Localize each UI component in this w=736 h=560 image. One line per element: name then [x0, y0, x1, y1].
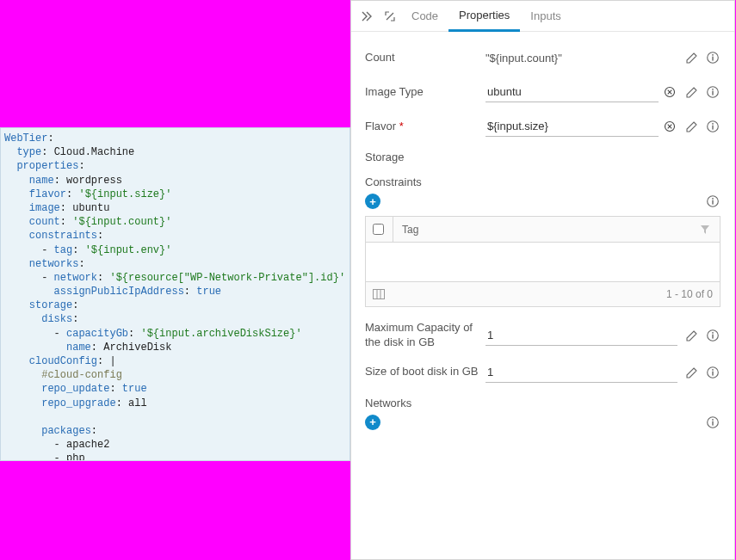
- edit-icon[interactable]: [684, 84, 700, 100]
- info-icon[interactable]: [705, 328, 721, 343]
- svg-rect-6: [712, 91, 713, 95]
- tab-code[interactable]: Code: [401, 1, 448, 32]
- row-count: Count "${input.count}": [365, 40, 721, 75]
- info-icon[interactable]: [705, 84, 721, 100]
- clear-icon[interactable]: [662, 84, 677, 100]
- grid-column-tag[interactable]: Tag: [393, 217, 697, 242]
- edit-icon[interactable]: [684, 119, 700, 134]
- svg-rect-2: [712, 57, 713, 61]
- properties-panel: Code Properties Inputs Count "${input.co…: [350, 0, 735, 560]
- label-image-type: Image Type: [365, 85, 486, 100]
- grid-select-all-checkbox[interactable]: [373, 224, 384, 235]
- label-constraints: Constraints: [365, 169, 721, 194]
- collapse-icon[interactable]: [356, 5, 379, 28]
- label-storage: Storage: [365, 144, 721, 169]
- constraints-grid: Tag 1 - 10 of 0: [365, 216, 721, 307]
- value-count: "${input.count}": [486, 52, 562, 65]
- svg-point-24: [712, 419, 714, 421]
- info-icon[interactable]: [705, 415, 721, 430]
- svg-point-12: [712, 198, 714, 200]
- row-flavor: Flavor *: [365, 109, 721, 144]
- svg-point-9: [712, 123, 714, 125]
- yaml-root: WebTier: [4, 132, 47, 145]
- clear-icon[interactable]: [662, 119, 677, 134]
- label-networks: Networks: [365, 390, 721, 415]
- edit-icon[interactable]: [684, 50, 700, 65]
- row-image-type: Image Type: [365, 75, 721, 109]
- row-boot-disk: Size of boot disk in GB: [365, 355, 721, 390]
- svg-point-1: [712, 54, 714, 56]
- svg-rect-25: [712, 421, 713, 425]
- tab-properties[interactable]: Properties: [448, 1, 520, 32]
- svg-rect-14: [374, 290, 385, 299]
- label-flavor: Flavor *: [365, 120, 486, 134]
- input-max-capacity[interactable]: [486, 325, 677, 346]
- svg-rect-19: [712, 334, 713, 338]
- panel-tabs: Code Properties Inputs: [351, 1, 734, 32]
- svg-point-18: [712, 332, 714, 334]
- svg-rect-13: [712, 200, 713, 205]
- columns-icon[interactable]: [373, 289, 385, 299]
- label-max-capacity: Maximum Capacity of the disk in GB: [365, 321, 486, 350]
- svg-rect-22: [712, 371, 713, 375]
- expand-icon[interactable]: [379, 5, 401, 28]
- label-count: Count: [365, 51, 486, 65]
- edit-icon[interactable]: [684, 365, 700, 380]
- grid-range-text: 1 - 10 of 0: [666, 288, 713, 300]
- input-image-type[interactable]: [486, 82, 659, 102]
- add-network-button[interactable]: +: [365, 415, 380, 430]
- info-icon[interactable]: [705, 365, 721, 380]
- svg-point-5: [712, 89, 714, 90]
- yaml-editor[interactable]: WebTier: type: Cloud.Machine properties:…: [0, 127, 350, 461]
- filter-icon[interactable]: [697, 225, 713, 235]
- info-icon[interactable]: [705, 119, 721, 134]
- add-constraint-button[interactable]: +: [365, 194, 380, 209]
- input-boot-disk[interactable]: [486, 362, 677, 383]
- svg-rect-10: [712, 126, 713, 130]
- label-boot-disk: Size of boot disk in GB: [365, 365, 486, 379]
- info-icon[interactable]: [705, 194, 721, 209]
- input-flavor[interactable]: [486, 116, 659, 137]
- info-icon[interactable]: [705, 50, 721, 65]
- row-max-capacity: Maximum Capacity of the disk in GB: [365, 316, 721, 355]
- grid-body-empty: [366, 243, 720, 282]
- tab-inputs[interactable]: Inputs: [520, 1, 571, 32]
- required-asterisk: *: [399, 120, 404, 132]
- edit-icon[interactable]: [684, 328, 700, 343]
- svg-point-21: [712, 369, 714, 371]
